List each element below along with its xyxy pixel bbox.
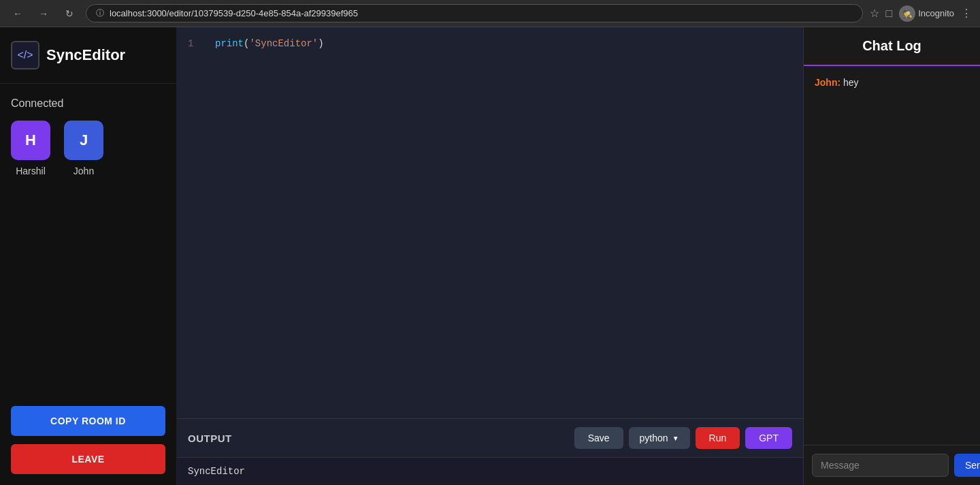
- chat-messages: John: hey: [804, 66, 980, 445]
- reload-button[interactable]: ↻: [60, 4, 79, 23]
- sidebar-logo: </> SyncEditor: [0, 27, 176, 84]
- message-text: hey: [843, 77, 859, 88]
- gpt-button[interactable]: GPT: [745, 427, 792, 449]
- string-literal: 'SyncEditor': [249, 38, 318, 49]
- editor-area: 1 print('SyncEditor') OUTPUT Save python…: [177, 27, 803, 485]
- code-line: 1 print('SyncEditor'): [188, 38, 792, 49]
- user-item-john: J John: [64, 121, 103, 176]
- chat-input[interactable]: [812, 454, 949, 477]
- app-body: </> SyncEditor Connected H Harshil J Joh…: [0, 27, 980, 485]
- logo-text: SyncEditor: [46, 46, 125, 64]
- send-button[interactable]: Send: [954, 454, 980, 477]
- user-item-harshil: H Harshil: [11, 121, 50, 176]
- leave-button[interactable]: LEAVE: [11, 444, 165, 474]
- username-harshil: Harshil: [16, 166, 46, 176]
- keyword-print: print: [215, 38, 244, 49]
- output-toolbar: OUTPUT Save python ▼ Run GPT: [177, 419, 803, 458]
- users-row: H Harshil J John: [11, 121, 165, 176]
- incognito-badge: 🕵 Incognito: [899, 5, 954, 22]
- line-number: 1: [188, 38, 201, 49]
- incognito-label: Incognito: [918, 8, 954, 18]
- output-text: SyncEditor: [188, 466, 245, 477]
- info-icon: ⓘ: [96, 7, 104, 19]
- avatar-harshil: H: [11, 121, 50, 160]
- browser-actions: ☆ □ 🕵 Incognito ⋮: [870, 5, 972, 22]
- python-button[interactable]: python ▼: [629, 427, 690, 449]
- connected-label: Connected: [11, 97, 165, 110]
- bookmark-button[interactable]: ☆: [870, 7, 879, 20]
- chat-panel: Chat Log John: hey Send: [803, 27, 980, 485]
- output-content: SyncEditor: [177, 458, 803, 485]
- toolbar-buttons: Save python ▼ Run GPT: [574, 427, 792, 449]
- copy-room-button[interactable]: COPY ROOM ID: [11, 406, 165, 436]
- output-area: OUTPUT Save python ▼ Run GPT SyncEditor: [177, 418, 803, 485]
- chat-header: Chat Log: [804, 27, 980, 66]
- chat-title: Chat Log: [862, 38, 921, 53]
- extension-button[interactable]: □: [886, 7, 893, 20]
- menu-button[interactable]: ⋮: [961, 7, 972, 20]
- run-button[interactable]: Run: [696, 427, 740, 449]
- avatar-john: J: [64, 121, 103, 160]
- chat-input-area: Send: [804, 445, 980, 485]
- sidebar: </> SyncEditor Connected H Harshil J Joh…: [0, 27, 177, 485]
- browser-bar: ← → ↻ ⓘ localhost:3000/editor/10379539-d…: [0, 0, 980, 27]
- url-bar[interactable]: ⓘ localhost:3000/editor/10379539-d250-4e…: [86, 4, 863, 22]
- chat-message: John: hey: [815, 77, 969, 88]
- sidebar-connected: Connected H Harshil J John: [0, 84, 176, 183]
- logo-icon: </>: [11, 41, 39, 69]
- forward-button[interactable]: →: [34, 4, 53, 23]
- message-author: John:: [815, 77, 840, 88]
- sidebar-bottom: COPY ROOM ID LEAVE: [0, 395, 176, 485]
- code-content: print('SyncEditor'): [215, 38, 324, 49]
- username-john: John: [74, 166, 94, 176]
- output-label: OUTPUT: [188, 433, 232, 444]
- save-button[interactable]: Save: [574, 427, 623, 449]
- back-button[interactable]: ←: [8, 4, 27, 23]
- url-text: localhost:3000/editor/10379539-d250-4e85…: [110, 8, 358, 18]
- chevron-down-icon: ▼: [672, 435, 679, 442]
- incognito-icon: 🕵: [899, 5, 915, 22]
- code-editor[interactable]: 1 print('SyncEditor'): [177, 27, 803, 418]
